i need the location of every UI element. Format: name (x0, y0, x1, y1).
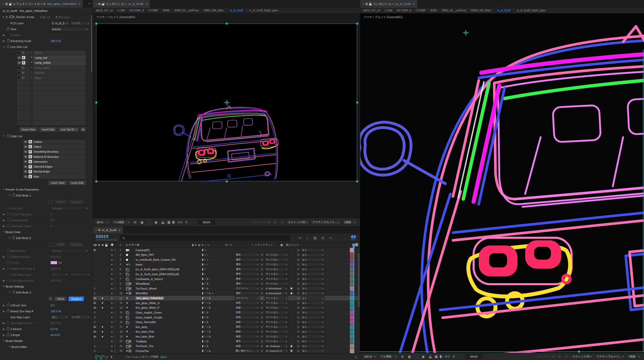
param-row[interactable]: ▶2:Brush Size5.0 (0, 302, 91, 308)
layer-parent-select[interactable]: なし▾ (301, 248, 325, 252)
eye-off-icon[interactable] (18, 72, 20, 74)
parent-dropdown[interactable]: なし▾ (301, 301, 325, 305)
layer-parent-select[interactable]: なし▾ (301, 258, 325, 261)
playhead-line[interactable] (354, 247, 354, 354)
param-section[interactable]: ▼Brush Details (0, 338, 91, 344)
mode-dropdown[interactable]: 通常▾ (235, 263, 259, 266)
layer-parent-select[interactable]: なし▾ (301, 291, 325, 295)
edit-toggle[interactable]: E (22, 61, 25, 64)
trkmat-pickwhip-icon[interactable]: @ (259, 340, 265, 343)
layer-switches[interactable]: */fx (202, 335, 233, 338)
layer-eye-toggle[interactable] (93, 307, 97, 309)
line-set-row[interactable]: E1Base (17, 76, 86, 81)
trkmat-pickwhip-icon[interactable]: @ (259, 311, 265, 314)
trkmat-pickwhip-icon[interactable]: @ (259, 321, 265, 323)
layer-name[interactable]: WheelMask (136, 282, 202, 285)
comp-mini-flowchart-icon[interactable] (95, 355, 99, 359)
layer-mode-select[interactable]: 通常▾ (235, 263, 259, 266)
audio-icon[interactable]: ♜ (110, 355, 113, 358)
layer-switches[interactable]: /fx (202, 321, 233, 323)
mode-dropdown[interactable]: スクリーン▾ (235, 296, 259, 300)
parent-dropdown[interactable]: なし▾ (301, 306, 325, 309)
parent-pickwhip-icon[interactable]: @ (296, 278, 301, 280)
layer-label-chip[interactable] (115, 273, 119, 276)
mode-dropdown[interactable]: スクリーン▾ (235, 287, 259, 290)
layer-row[interactable]: ▶1Camera001◇@なし▾ (93, 248, 360, 253)
eye-off-icon[interactable] (18, 77, 20, 79)
layer-switches[interactable]: */fx (202, 330, 233, 333)
stopwatch-icon[interactable] (7, 256, 9, 258)
options-link[interactable]: オプション.. (55, 15, 71, 19)
layer-label-chip[interactable] (115, 301, 119, 305)
twirl-closed-icon[interactable]: ▶ (2, 310, 6, 313)
layer-matte-select[interactable]: マットなし▾ (265, 306, 288, 309)
edit-toggle[interactable]: E (29, 140, 32, 143)
view-layout-icon-a[interactable]: ⊞ (557, 354, 562, 359)
trkmat-pickwhip-icon[interactable]: @ (259, 345, 265, 347)
layer-parent-select[interactable]: なし▾ (301, 301, 325, 305)
twirl-closed-icon[interactable]: ▶ (2, 213, 6, 216)
layer-matte-select[interactable]: マットなし▾ (265, 277, 288, 281)
panel-menu-icon[interactable]: ≡ (119, 228, 120, 232)
zoom-select[interactable]: 50 %▾ (95, 220, 110, 225)
stopwatch-icon[interactable] (7, 304, 9, 307)
layer-twirl-icon[interactable]: ▶ (110, 263, 115, 266)
layer-row[interactable]: ▶16Glass_NormalHL/fx加算▾@マットなし▾@なし▾ (93, 320, 360, 325)
trkmat-pickwhip-icon[interactable]: @ (259, 268, 265, 271)
matte-dropdown[interactable]: マットなし▾ (265, 311, 288, 314)
parent-pickwhip-icon[interactable]: @ (296, 316, 301, 319)
edit-mode-checkbox[interactable]: ✓ (49, 297, 53, 301)
breadcrumb-item[interactable]: vc_A_SuvB (495, 9, 512, 12)
param-section[interactable]: ▼Brush Color (0, 229, 91, 235)
stopwatch-icon[interactable] (7, 322, 9, 324)
layer-eye-toggle[interactable] (93, 249, 97, 251)
layer-name[interactable]: Camera001 (136, 249, 202, 252)
effect-header[interactable]: ▼ fx P_Pencil+ 4 Line リセット オプション.. (0, 14, 91, 20)
param-row[interactable]: ·Color Map Layerなし▾ソース▾ (0, 272, 91, 278)
region-of-interest-icon[interactable]: ▣ (421, 354, 426, 359)
edit-toggle[interactable]: E (29, 145, 32, 148)
edge-row[interactable]: EMaterial ID Boundary (23, 154, 86, 159)
layer-label-chip[interactable] (115, 268, 119, 271)
layer-switches[interactable]: / (202, 268, 233, 271)
param-row[interactable]: ▶Color Map Amount100.0 % (0, 278, 91, 284)
edit-mode-checkbox[interactable] (49, 200, 53, 204)
layer-anchor-crosshair[interactable] (463, 30, 469, 36)
trkmat-pickwhip-icon[interactable]: @ (259, 326, 265, 328)
flowchart-icon[interactable]: ⌥ (297, 236, 302, 240)
tab-timeline-comp[interactable]: × vc_A_SuvB ≡ (93, 227, 123, 233)
layer-twirl-icon[interactable]: ▶ (110, 307, 115, 309)
layer-parent-select[interactable]: なし▾ (301, 344, 325, 348)
twirl-open-icon[interactable]: ▼ (8, 291, 11, 293)
param-dropdown[interactable]: ソース▾ (70, 315, 90, 319)
layer-mode-select[interactable]: スクリーン▾ (235, 296, 259, 300)
transparency-grid-icon[interactable]: ▦ (407, 354, 412, 359)
mode-dropdown[interactable]: 乗算▾ (235, 277, 259, 281)
mode-dropdown[interactable]: 加算▾ (235, 306, 259, 309)
param-row[interactable]: ▼Edit Mode 2 (0, 235, 91, 241)
time-navigator-icon[interactable] (351, 235, 356, 238)
layer-eye-toggle[interactable] (93, 336, 97, 338)
matte-dropdown[interactable]: マットなし▾ (265, 258, 288, 261)
layer-mode-select[interactable]: 加算▾ (235, 344, 259, 348)
param-row[interactable]: ▼Edit Mode 3 (0, 290, 91, 296)
layer-eye-toggle[interactable] (93, 350, 97, 352)
param-section[interactable]: ▼Brush Editor (0, 344, 91, 350)
param-row[interactable]: ▶Size Map Amount100.0 % (0, 320, 91, 326)
snapshot-camera-icon[interactable]: ⚞ (184, 220, 189, 225)
twirl-open-icon[interactable]: ▼ (2, 340, 6, 342)
layer-parent-select[interactable]: なし▾ (301, 306, 325, 309)
layout-select[interactable]: 1画面▾ (627, 354, 641, 359)
mode-dropdown[interactable]: 通常▾ (235, 291, 259, 295)
layer-name[interactable]: Glass_mapHL_Green (136, 311, 202, 314)
param-row[interactable]: ▶2:Blend Amount100.0 % (0, 254, 91, 260)
twirl-closed-icon[interactable]: ▶ (2, 34, 6, 36)
mask-toggle-icon[interactable]: ⌔ (414, 354, 419, 359)
line-set-row[interactable]: E1Lamp_red (17, 55, 86, 61)
layer-switches[interactable]: /fx (202, 287, 233, 290)
layer-name[interactable]: Glass_mapHL_Purple (136, 316, 202, 319)
layer-solo-toggle[interactable] (101, 302, 104, 304)
layer-eye-toggle[interactable] (93, 302, 97, 304)
layer-twirl-icon[interactable]: ▶ (110, 287, 115, 290)
selection-handle[interactable] (95, 23, 97, 24)
